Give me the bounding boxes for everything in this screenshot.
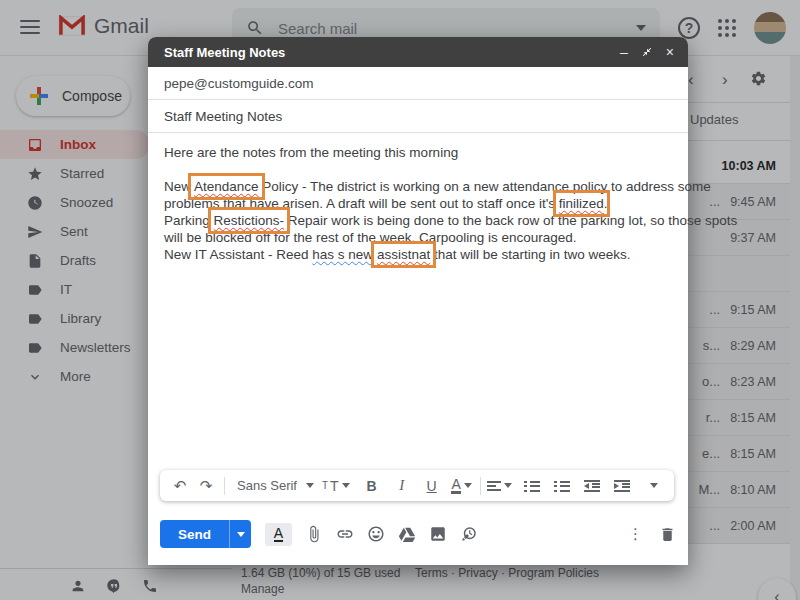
bulleted-list-button[interactable] — [550, 474, 574, 498]
compose-header[interactable]: Staff Meeting Notes – × — [148, 37, 688, 67]
send-button[interactable]: Send — [160, 520, 251, 548]
message-body-editor[interactable]: Here are the notes from the meeting this… — [148, 133, 688, 263]
drive-icon[interactable] — [398, 525, 416, 543]
misspelled-word-highlighted: finilized — [559, 196, 604, 211]
misspelled-word-highlighted: Atendance — [194, 179, 259, 194]
size-small-t: T — [322, 480, 328, 491]
size-big-t: T — [330, 478, 339, 494]
bold-button[interactable]: B — [360, 474, 384, 498]
font-family-value: Sans Serif — [231, 478, 303, 493]
trash-icon[interactable] — [659, 526, 676, 543]
confidential-mode-icon[interactable] — [460, 525, 478, 543]
popout-icon[interactable] — [642, 47, 652, 57]
attach-icon[interactable] — [305, 525, 323, 543]
body-line: Parking Restictions- Repair work is bein… — [164, 212, 672, 229]
close-icon[interactable]: × — [666, 45, 674, 59]
body-line: will be blocked off for the rest of the … — [164, 229, 672, 246]
chevron-down-icon — [306, 483, 314, 488]
body-text: Policy - The district is working on a ne… — [259, 179, 711, 194]
body-text: problems that have arisen. A draft will … — [164, 196, 559, 211]
body-line — [164, 161, 672, 178]
recipient-field[interactable]: pepe@customguide.com — [148, 67, 688, 100]
more-options-icon[interactable]: ⋮ — [628, 525, 643, 543]
chevron-down-icon — [342, 483, 350, 488]
recipient-value: pepe@customguide.com — [164, 76, 314, 91]
subject-value: Staff Meeting Notes — [164, 109, 282, 124]
body-text: that will be starting in two weeks. — [430, 247, 630, 262]
grammar-flagged-text: has s new — [312, 247, 373, 262]
formatting-a-icon: A — [274, 526, 283, 542]
indent-icon — [614, 480, 630, 492]
outdent-button[interactable] — [580, 474, 604, 498]
send-button-label: Send — [160, 520, 229, 548]
body-text: will be blocked off for the rest of the … — [164, 230, 577, 245]
chevron-down-icon — [504, 483, 512, 488]
body-line: Here are the notes from the meeting this… — [164, 144, 672, 161]
redo-icon: ↷ — [200, 477, 213, 495]
text-color-icon: A — [451, 478, 460, 494]
send-row: Send A ⋮ — [160, 519, 676, 549]
toolbar-divider — [224, 477, 225, 495]
toolbar-divider — [480, 477, 481, 495]
font-family-selector[interactable]: Sans Serif — [231, 474, 314, 498]
numbered-list-button[interactable] — [520, 474, 544, 498]
minimize-icon[interactable]: – — [620, 45, 628, 59]
body-text: Here are the notes from the meeting this… — [164, 145, 458, 160]
body-text: . — [604, 196, 608, 211]
formatting-toolbar: ↶ ↷ Sans Serif TT B I U A — [160, 470, 674, 501]
misspelled-word-highlighted: Restictions- — [214, 213, 285, 228]
italic-button[interactable]: I — [390, 474, 414, 498]
insert-link-icon[interactable] — [336, 525, 354, 543]
numbered-list-icon — [524, 480, 540, 492]
align-button[interactable] — [487, 474, 512, 498]
bulleted-list-icon — [554, 480, 570, 492]
body-text: Repair work is being done to the back ro… — [284, 213, 737, 228]
chevron-down-icon — [464, 483, 472, 488]
outdent-icon — [584, 480, 600, 492]
body-text: New — [164, 179, 194, 194]
more-formatting-button[interactable] — [642, 474, 666, 498]
body-line: New Atendance Policy - The district is w… — [164, 178, 672, 195]
align-left-icon — [487, 481, 501, 491]
body-line: problems that have arisen. A draft will … — [164, 195, 672, 212]
body-text: New IT Assistant - Reed — [164, 247, 312, 262]
undo-button[interactable]: ↶ — [168, 474, 192, 498]
compose-window-title: Staff Meeting Notes — [164, 45, 620, 60]
compose-window: Staff Meeting Notes – × pepe@customguide… — [148, 37, 688, 565]
text-size-selector[interactable]: TT — [322, 474, 350, 498]
redo-button[interactable]: ↷ — [194, 474, 218, 498]
misspelled-word-highlighted: assistnat — [377, 247, 430, 262]
indent-button[interactable] — [610, 474, 634, 498]
body-line: New IT Assistant - Reed has s new assist… — [164, 246, 672, 263]
chevron-down-icon — [650, 483, 658, 488]
chevron-down-icon — [237, 532, 245, 537]
formatting-options-button[interactable]: A — [265, 523, 292, 546]
emoji-icon[interactable] — [367, 525, 385, 543]
text-color-button[interactable]: A — [450, 474, 474, 498]
underline-button[interactable]: U — [420, 474, 444, 498]
insert-image-icon[interactable] — [429, 525, 447, 543]
body-text: Parking — [164, 213, 214, 228]
send-options-button[interactable] — [229, 520, 251, 548]
subject-field[interactable]: Staff Meeting Notes — [148, 100, 688, 133]
undo-icon: ↶ — [174, 477, 187, 495]
